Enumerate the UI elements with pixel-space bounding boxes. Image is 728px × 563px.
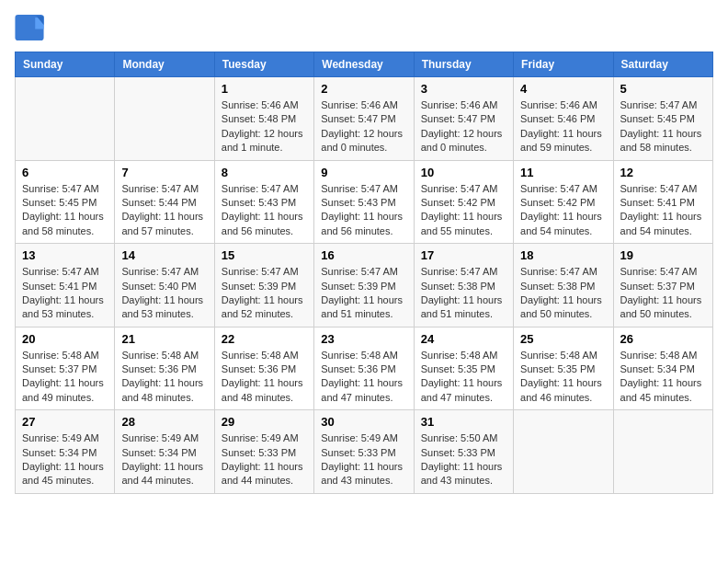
day-number: 8 <box>222 166 307 179</box>
cell-info-line: Sunset: 5:45 PM <box>22 196 108 210</box>
cell-info-line: Daylight: 11 hours <box>222 293 307 307</box>
cell-info-line: Sunrise: 5:47 AM <box>22 182 108 196</box>
weekday-header-wednesday: Wednesday <box>314 52 414 77</box>
cell-info-line: Sunrise: 5:47 AM <box>421 182 506 196</box>
cell-info-line: Sunset: 5:33 PM <box>222 446 307 460</box>
cell-info-line: Sunset: 5:44 PM <box>121 196 207 210</box>
cell-info-line: Daylight: 11 hours <box>22 376 108 390</box>
cell-info-line: Sunrise: 5:48 AM <box>620 349 706 362</box>
cell-info-line: Daylight: 12 hours <box>421 127 506 141</box>
cell-info-line: Sunset: 5:36 PM <box>222 362 307 376</box>
weekday-header-monday: Monday <box>115 52 214 77</box>
cell-info-line: and 57 minutes. <box>121 224 207 238</box>
cell-info-line: Sunset: 5:40 PM <box>121 280 207 293</box>
cell-info-line: Sunrise: 5:47 AM <box>222 265 307 279</box>
day-number: 19 <box>620 248 706 262</box>
day-number: 30 <box>321 415 406 429</box>
cell-info-line: Sunset: 5:48 PM <box>222 112 307 126</box>
cell-info-line: and 53 minutes. <box>121 307 207 321</box>
page-header <box>15 15 713 40</box>
day-number: 31 <box>421 415 506 429</box>
cell-info-line: Sunset: 5:35 PM <box>520 362 606 376</box>
cell-info-line: Sunrise: 5:49 AM <box>222 431 307 445</box>
cell-info-line: Daylight: 11 hours <box>222 376 307 390</box>
cell-info-line: Daylight: 11 hours <box>421 210 506 224</box>
day-number: 1 <box>222 82 307 96</box>
cell-info-line: Sunrise: 5:46 AM <box>421 98 506 112</box>
cell-info-line: Sunset: 5:37 PM <box>22 362 108 376</box>
cell-info-line: Sunrise: 5:47 AM <box>321 265 406 279</box>
cell-info-line: Daylight: 11 hours <box>421 460 506 474</box>
day-number: 27 <box>22 415 108 429</box>
cell-info-line: Daylight: 11 hours <box>121 293 207 307</box>
cell-info-line: Sunrise: 5:47 AM <box>620 98 706 112</box>
cell-info-line: Daylight: 11 hours <box>222 210 307 224</box>
cell-info-line: Sunrise: 5:47 AM <box>620 182 706 196</box>
calendar-cell: 13Sunrise: 5:47 AMSunset: 5:41 PMDayligh… <box>16 244 115 327</box>
calendar-cell: 23Sunrise: 5:48 AMSunset: 5:36 PMDayligh… <box>314 327 414 410</box>
cell-info-line: and 54 minutes. <box>620 224 706 238</box>
day-number: 15 <box>222 248 307 262</box>
cell-info-line: Sunset: 5:43 PM <box>321 196 406 210</box>
day-number: 20 <box>22 332 108 346</box>
cell-info-line: and 50 minutes. <box>620 307 706 321</box>
cell-info-line: Daylight: 11 hours <box>421 376 506 390</box>
calendar-cell: 11Sunrise: 5:47 AMSunset: 5:42 PMDayligh… <box>514 160 613 244</box>
day-number: 21 <box>121 332 207 346</box>
calendar-cell: 27Sunrise: 5:49 AMSunset: 5:34 PMDayligh… <box>16 410 115 494</box>
cell-info-line: Sunset: 5:33 PM <box>421 446 506 460</box>
calendar-cell: 17Sunrise: 5:47 AMSunset: 5:38 PMDayligh… <box>414 244 513 327</box>
cell-info-line: Daylight: 11 hours <box>620 127 706 141</box>
day-number: 25 <box>520 332 606 346</box>
cell-info-line: and 1 minute. <box>222 141 307 155</box>
day-number: 6 <box>22 166 108 179</box>
cell-info-line: Sunrise: 5:49 AM <box>22 431 108 445</box>
calendar-cell <box>16 77 115 161</box>
calendar-cell: 19Sunrise: 5:47 AMSunset: 5:37 PMDayligh… <box>613 244 712 327</box>
calendar-cell: 14Sunrise: 5:47 AMSunset: 5:40 PMDayligh… <box>115 244 214 327</box>
cell-info-line: Sunrise: 5:48 AM <box>520 349 606 362</box>
calendar-cell: 12Sunrise: 5:47 AMSunset: 5:41 PMDayligh… <box>613 160 712 244</box>
cell-info-line: Daylight: 11 hours <box>520 293 606 307</box>
cell-info-line: and 45 minutes. <box>620 391 706 405</box>
calendar-cell: 30Sunrise: 5:49 AMSunset: 5:33 PMDayligh… <box>314 410 414 494</box>
calendar-cell <box>613 410 712 494</box>
cell-info-line: Sunrise: 5:46 AM <box>321 98 406 112</box>
cell-info-line: and 47 minutes. <box>321 391 406 405</box>
calendar-cell: 5Sunrise: 5:47 AMSunset: 5:45 PMDaylight… <box>613 77 712 161</box>
cell-info-line: and 44 minutes. <box>121 474 207 488</box>
calendar-cell: 2Sunrise: 5:46 AMSunset: 5:47 PMDaylight… <box>314 77 414 161</box>
cell-info-line: Daylight: 11 hours <box>620 376 706 390</box>
logo-icon <box>15 15 44 40</box>
calendar-cell: 10Sunrise: 5:47 AMSunset: 5:42 PMDayligh… <box>414 160 513 244</box>
calendar-week-row: 1Sunrise: 5:46 AMSunset: 5:48 PMDaylight… <box>16 77 713 161</box>
cell-info-line: and 54 minutes. <box>520 224 606 238</box>
cell-info-line: and 48 minutes. <box>121 391 207 405</box>
cell-info-line: and 55 minutes. <box>421 224 506 238</box>
calendar-cell: 28Sunrise: 5:49 AMSunset: 5:34 PMDayligh… <box>115 410 214 494</box>
cell-info-line: Sunrise: 5:49 AM <box>121 431 207 445</box>
cell-info-line: Sunrise: 5:47 AM <box>222 182 307 196</box>
calendar-cell <box>514 410 613 494</box>
calendar-cell: 8Sunrise: 5:47 AMSunset: 5:43 PMDaylight… <box>214 160 313 244</box>
cell-info-line: Daylight: 11 hours <box>321 460 406 474</box>
cell-info-line: and 56 minutes. <box>321 224 406 238</box>
cell-info-line: and 0 minutes. <box>421 141 506 155</box>
cell-info-line: Sunrise: 5:47 AM <box>121 182 207 196</box>
calendar-cell: 21Sunrise: 5:48 AMSunset: 5:36 PMDayligh… <box>115 327 214 410</box>
calendar-cell: 20Sunrise: 5:48 AMSunset: 5:37 PMDayligh… <box>16 327 115 410</box>
cell-info-line: Daylight: 11 hours <box>121 210 207 224</box>
day-number: 26 <box>620 332 706 346</box>
calendar-cell: 3Sunrise: 5:46 AMSunset: 5:47 PMDaylight… <box>414 77 513 161</box>
cell-info-line: Daylight: 11 hours <box>22 293 108 307</box>
cell-info-line: Daylight: 11 hours <box>22 210 108 224</box>
day-number: 28 <box>121 415 207 429</box>
weekday-header-thursday: Thursday <box>414 52 513 77</box>
day-number: 24 <box>421 332 506 346</box>
day-number: 9 <box>321 166 406 179</box>
cell-info-line: and 47 minutes. <box>421 391 506 405</box>
cell-info-line: Daylight: 11 hours <box>321 376 406 390</box>
cell-info-line: Sunrise: 5:47 AM <box>520 182 606 196</box>
weekday-header-sunday: Sunday <box>16 52 115 77</box>
day-number: 10 <box>421 166 506 179</box>
